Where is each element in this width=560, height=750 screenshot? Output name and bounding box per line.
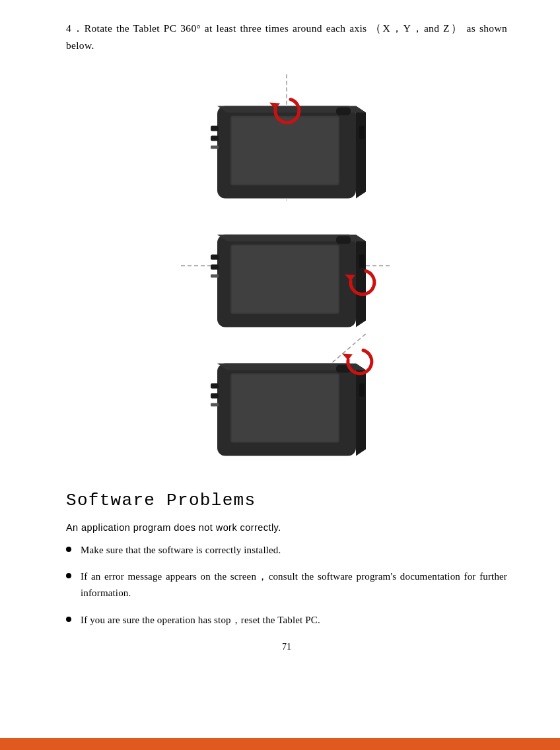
svg-rect-22 [336,236,351,244]
bullet-list: Make sure that the software is correctly… [66,542,507,629]
bullet-dot [66,573,71,578]
svg-rect-32 [359,383,365,396]
tablet-y-axis [174,200,399,332]
bottom-bar [0,738,560,750]
svg-marker-35 [342,353,353,360]
page-number: 71 [66,642,507,652]
svg-rect-10 [336,107,351,115]
svg-marker-18 [356,234,366,327]
svg-rect-16 [211,254,219,259]
svg-marker-6 [356,106,366,198]
svg-rect-17 [211,264,219,269]
tablet-z-axis [174,329,399,461]
svg-rect-20 [359,254,365,267]
bullet-text: If you are sure the operation has stop，r… [81,612,507,629]
tablet-x-axis [174,71,399,203]
svg-rect-21 [211,274,219,277]
svg-rect-33 [211,403,219,406]
svg-rect-29 [211,393,219,398]
svg-rect-5 [211,135,219,141]
svg-rect-15 [232,246,338,312]
svg-rect-27 [232,374,338,441]
section-heading: Software Problems [66,491,507,510]
step-4-text: 4．Rotate the Tablet PC 360° at least thr… [66,20,507,55]
bullet-text: Make sure that the software is correctly… [81,542,507,559]
bullet-dot [66,547,71,552]
list-item: If you are sure the operation has stop，r… [66,612,507,629]
subsection-heading: An application program does not work cor… [66,522,507,533]
bullet-dot [66,617,71,622]
svg-rect-4 [211,125,219,131]
bullet-text: If an error message appears on the scree… [81,568,507,601]
svg-rect-28 [211,383,219,388]
list-item: Make sure that the software is correctly… [66,542,507,559]
tablet-illustrations [66,68,507,464]
svg-rect-3 [232,117,338,184]
list-item: If an error message appears on the scree… [66,568,507,601]
svg-rect-9 [211,145,219,149]
svg-marker-30 [356,363,366,456]
svg-rect-8 [359,125,365,139]
